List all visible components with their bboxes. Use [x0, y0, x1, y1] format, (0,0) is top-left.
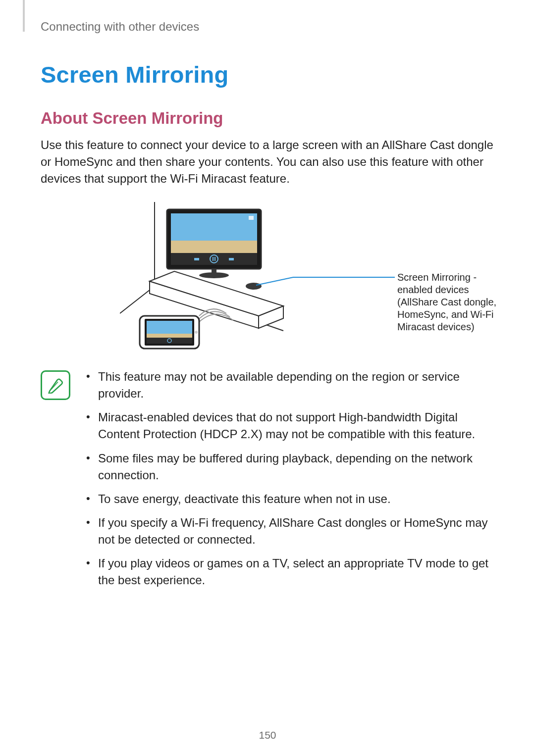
list-item: If you play videos or games on a TV, sel… [85, 555, 494, 589]
figure-callout: Screen Mirroring -enabled devices (AllSh… [397, 271, 506, 333]
list-item: To save energy, deactivate this feature … [85, 491, 494, 507]
svg-rect-11 [213, 257, 214, 261]
notes-block: This feature may not be available depend… [41, 368, 494, 596]
svg-rect-17 [212, 269, 216, 275]
svg-rect-12 [214, 257, 215, 261]
list-item: If you specify a Wi-Fi frequency, AllSha… [85, 514, 494, 548]
svg-rect-14 [229, 258, 234, 260]
list-item: Some files may be buffered during playba… [85, 450, 494, 484]
note-icon [41, 370, 70, 400]
page-title: Screen Mirroring [41, 61, 494, 88]
svg-point-18 [246, 283, 262, 290]
mirroring-illustration [120, 202, 397, 351]
svg-rect-8 [171, 241, 257, 253]
intro-paragraph: Use this feature to connect your device … [41, 137, 494, 187]
figure-wrap: Screen Mirroring -enabled devices (AllSh… [120, 202, 506, 351]
page-tab-mark [23, 0, 25, 32]
svg-rect-13 [194, 258, 199, 260]
page-number: 150 [0, 729, 535, 741]
svg-rect-22 [147, 334, 192, 338]
breadcrumb: Connecting with other devices [41, 20, 494, 34]
list-item: Miracast-enabled devices that do not sup… [85, 409, 494, 443]
svg-rect-15 [249, 216, 254, 220]
section-subtitle: About Screen Mirroring [41, 109, 494, 128]
note-list: This feature may not be available depend… [85, 368, 494, 596]
list-item: This feature may not be available depend… [85, 368, 494, 402]
svg-point-25 [195, 331, 198, 334]
